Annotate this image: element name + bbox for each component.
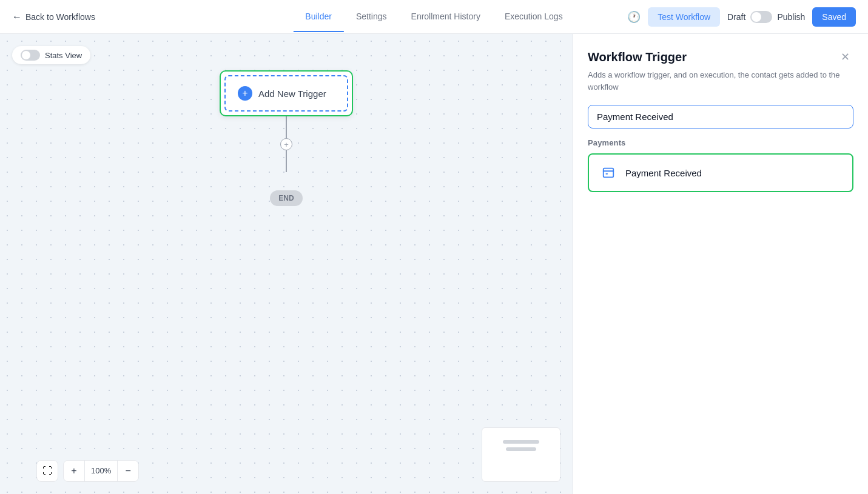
search-input[interactable] bbox=[588, 105, 853, 129]
tab-enrollment-history[interactable]: Enrollment History bbox=[399, 2, 493, 32]
panel-description: Adds a workflow trigger, and on executio… bbox=[588, 69, 853, 93]
draft-toggle-group: Draft Publish bbox=[727, 11, 805, 23]
canvas-content: + Add New Trigger + END bbox=[0, 34, 573, 494]
payment-received-trigger-item[interactable]: Payment Received bbox=[588, 153, 853, 192]
minimap-line-1 bbox=[503, 440, 539, 444]
connector-line-top bbox=[286, 116, 287, 138]
zoom-controls: ⛶ bbox=[36, 460, 58, 482]
tab-execution-logs[interactable]: Execution Logs bbox=[493, 2, 575, 32]
stats-view-switch[interactable] bbox=[21, 50, 40, 61]
test-workflow-button[interactable]: Test Workflow bbox=[648, 7, 720, 27]
saved-button[interactable]: Saved bbox=[812, 7, 856, 27]
trigger-label: Add New Trigger bbox=[258, 88, 326, 99]
tab-settings[interactable]: Settings bbox=[344, 2, 399, 32]
panel-header: Workflow Trigger ✕ bbox=[588, 48, 853, 65]
minimap bbox=[482, 427, 560, 482]
stats-view-toggle[interactable]: Stats View bbox=[12, 46, 90, 64]
back-arrow-icon: ← bbox=[12, 12, 22, 22]
back-button[interactable]: ← Back to Workflows bbox=[12, 12, 95, 22]
payment-received-label: Payment Received bbox=[625, 168, 702, 178]
tab-builder[interactable]: Builder bbox=[293, 2, 344, 32]
zoom-out-button[interactable]: − bbox=[118, 461, 138, 481]
end-node: END bbox=[270, 190, 302, 206]
connector-line-bottom bbox=[286, 150, 287, 172]
section-label: Payments bbox=[588, 138, 853, 147]
workflow-canvas[interactable]: Stats View + Add New Trigger + END bbox=[0, 34, 573, 494]
stats-view-label: Stats View bbox=[45, 51, 82, 60]
panel-title: Workflow Trigger bbox=[588, 50, 687, 64]
nav-tabs: Builder Settings Enrollment History Exec… bbox=[293, 2, 574, 32]
fullscreen-button[interactable]: ⛶ bbox=[37, 461, 58, 481]
draft-label: Draft bbox=[727, 12, 745, 22]
right-panel: Workflow Trigger ✕ Adds a workflow trigg… bbox=[573, 34, 868, 494]
minimap-line-2 bbox=[506, 447, 536, 451]
add-step-button[interactable]: + bbox=[280, 138, 292, 150]
history-icon[interactable]: 🕐 bbox=[627, 10, 641, 24]
panel-close-button[interactable]: ✕ bbox=[836, 48, 853, 65]
main-layout: Stats View + Add New Trigger + END bbox=[0, 34, 868, 494]
payment-icon bbox=[599, 163, 618, 182]
header: ← Back to Workflows Builder Settings Enr… bbox=[0, 0, 868, 34]
connector-group: + bbox=[280, 116, 292, 172]
trigger-node[interactable]: + Add New Trigger bbox=[220, 70, 353, 116]
publish-label: Publish bbox=[777, 12, 805, 22]
trigger-plus-icon: + bbox=[238, 86, 252, 101]
back-label: Back to Workflows bbox=[25, 12, 95, 22]
publish-toggle[interactable] bbox=[750, 11, 772, 23]
zoom-value: 100% bbox=[84, 461, 118, 481]
header-right: 🕐 Test Workflow Draft Publish Saved bbox=[627, 7, 856, 27]
svg-rect-0 bbox=[604, 169, 614, 178]
add-trigger-inner[interactable]: + Add New Trigger bbox=[224, 75, 348, 112]
zoom-bar: + 100% − bbox=[63, 460, 139, 482]
minimap-content bbox=[482, 428, 560, 451]
zoom-in-button[interactable]: + bbox=[64, 461, 84, 481]
